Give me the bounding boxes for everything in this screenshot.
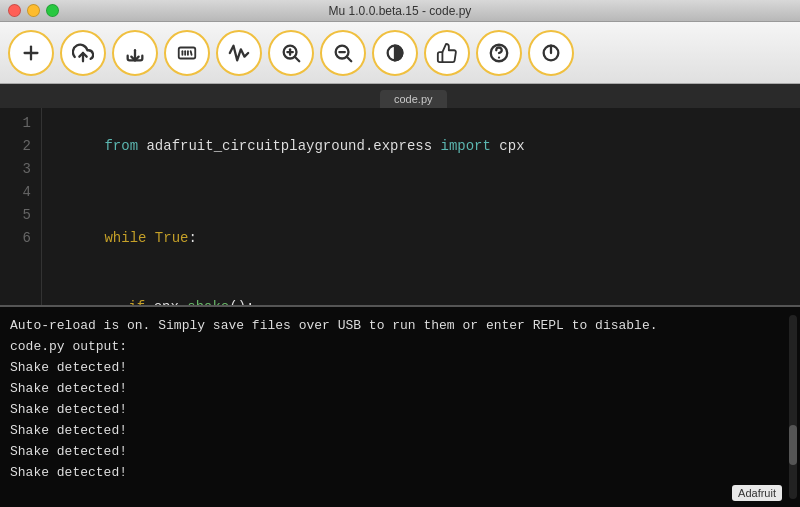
- quit-button[interactable]: [528, 30, 574, 76]
- window-title: Mu 1.0.0.beta.15 - code.py: [329, 4, 472, 18]
- repl-line-5: Shake detected!: [10, 399, 790, 420]
- line-num-3: 3: [23, 158, 31, 181]
- line-num-1: 1: [23, 112, 31, 135]
- code-line-4: if cpx.shake():: [54, 273, 800, 305]
- window-controls: [8, 4, 59, 17]
- repl-line-8: Shake detected!: [10, 462, 790, 483]
- zoom-in-button[interactable]: [268, 30, 314, 76]
- adafruit-badge: Adafruit: [732, 485, 782, 501]
- svg-line-14: [347, 57, 351, 61]
- repl-line-1: Auto-reload is on. Simply save files ove…: [10, 315, 790, 336]
- scroll-thumb[interactable]: [789, 425, 797, 465]
- code-line-3: while True:: [54, 204, 800, 273]
- line-num-4: 4: [23, 181, 31, 204]
- code-line-1: from adafruit_circuitplayground.express …: [54, 112, 800, 181]
- toolbar: [0, 22, 800, 84]
- maximize-button[interactable]: [46, 4, 59, 17]
- repl-line-7: Shake detected!: [10, 441, 790, 462]
- repl-text: Auto-reload is on. Simply save files ove…: [10, 315, 790, 483]
- svg-line-10: [295, 57, 299, 61]
- zoom-out-button[interactable]: [320, 30, 366, 76]
- repl-line-2: code.py output:: [10, 336, 790, 357]
- scrollbar[interactable]: [789, 315, 797, 499]
- line-num-5: 5: [23, 204, 31, 227]
- line-numbers: 1 2 3 4 5 6: [0, 108, 42, 305]
- line-num-6: 6: [23, 227, 31, 250]
- save-button[interactable]: [112, 30, 158, 76]
- code-editor: 1 2 3 4 5 6 from adafruit_circuitplaygro…: [0, 108, 800, 307]
- check-button[interactable]: [424, 30, 470, 76]
- close-button[interactable]: [8, 4, 21, 17]
- tab-code-py[interactable]: code.py: [380, 90, 447, 108]
- repl-output: Auto-reload is on. Simply save files ove…: [0, 307, 800, 507]
- repl-line-4: Shake detected!: [10, 378, 790, 399]
- code-line-2: [54, 181, 800, 204]
- title-bar: Mu 1.0.0.beta.15 - code.py: [0, 0, 800, 22]
- line-num-2: 2: [23, 135, 31, 158]
- new-button[interactable]: [8, 30, 54, 76]
- minimize-button[interactable]: [27, 4, 40, 17]
- theme-button[interactable]: [372, 30, 418, 76]
- repl-line-3: Shake detected!: [10, 357, 790, 378]
- svg-line-8: [191, 51, 192, 55]
- repl-button[interactable]: [216, 30, 262, 76]
- help-button[interactable]: [476, 30, 522, 76]
- repl-line-6: Shake detected!: [10, 420, 790, 441]
- flash-button[interactable]: [164, 30, 210, 76]
- load-button[interactable]: [60, 30, 106, 76]
- tab-bar: code.py: [0, 84, 800, 108]
- code-content[interactable]: from adafruit_circuitplayground.express …: [42, 108, 800, 305]
